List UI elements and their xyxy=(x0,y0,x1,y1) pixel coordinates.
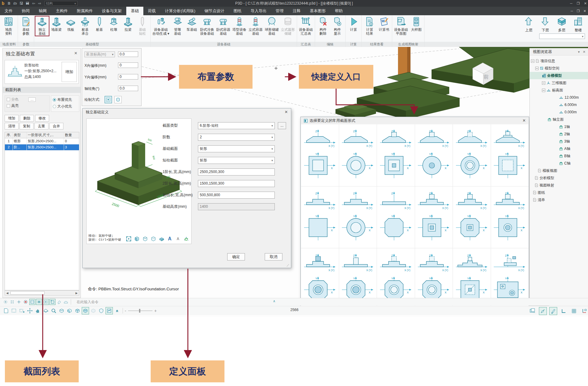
restore-icon[interactable]: ❐ xyxy=(577,2,580,5)
ribbon-button-下层[interactable]: 下层 xyxy=(539,16,552,33)
view-iso-icon[interactable] xyxy=(58,307,65,314)
shaded-icon[interactable] xyxy=(158,235,165,243)
more-button[interactable]: ... xyxy=(278,122,286,129)
pen-icon[interactable] xyxy=(539,307,547,315)
scrollbar-thumb[interactable] xyxy=(10,291,45,295)
param-input[interactable]: 0 xyxy=(118,74,138,80)
ribbon-button-设备基础汇总表[interactable]: 设备基础汇总表 xyxy=(298,16,314,36)
field-combo[interactable]: 6.阶形-短柱▾ xyxy=(198,122,275,129)
ribbon-button-大样图[interactable]: 大样图 xyxy=(409,16,423,32)
section-table[interactable]: 序.类型一阶形状,尺寸,...数量1锥形矩形,2500×2500...02阶..… xyxy=(5,132,79,290)
tree-item-2轴[interactable]: 2轴 xyxy=(530,130,588,138)
ribbon-button-桩基承台[interactable]: 桩基承台 xyxy=(78,16,92,36)
menu-item-主构件[interactable]: 主构件 xyxy=(51,7,72,15)
undo-icon[interactable]: ⇦ xyxy=(30,1,37,6)
dialog-close-icon[interactable]: ✕ xyxy=(522,118,526,123)
base-elevation-input[interactable]: 0.0 xyxy=(118,51,138,57)
tree-item-视图映射[interactable]: 视图映射 xyxy=(530,182,588,189)
resize-grip[interactable]: ⟋ xyxy=(287,264,290,267)
draw-mode-point-button[interactable] xyxy=(105,96,112,103)
tree-item-模板视图[interactable]: 模板视图 xyxy=(530,167,588,174)
ribbon-button-独立基础[interactable]: 独立基础 xyxy=(35,16,49,36)
tree-item-1轴[interactable]: 1轴 xyxy=(530,123,588,130)
ribbon-button-拉梁[interactable]: 拉梁 xyxy=(121,16,135,32)
section-type-option-7[interactable]: Z X (Y) Y X xyxy=(301,186,339,249)
param-input[interactable]: 0 xyxy=(118,62,138,68)
menu-item-附属构件[interactable]: 附属构件 xyxy=(72,7,97,15)
section-复制-button[interactable]: 复制 xyxy=(20,123,34,129)
ribbon-button-筏板[interactable]: 筏板 xyxy=(64,16,78,32)
rotate-icon[interactable] xyxy=(182,235,190,243)
tree-item-轴立面[interactable]: 轴立面 xyxy=(530,116,588,123)
ribbon-button-管墩基础[interactable]: 管墩基础 xyxy=(170,16,185,36)
ribbon-button-地质资料[interactable]: 地质资料 xyxy=(2,16,16,36)
ribbon-button-立式容器基础[interactable]: 立式容器基础 xyxy=(248,16,264,36)
polar-icon[interactable] xyxy=(43,299,49,305)
base-elevation-combo[interactable]: 基顶标高(m)▾ xyxy=(84,51,115,57)
menu-item-轴网[interactable]: 轴网 xyxy=(34,7,51,15)
scroll-right-icon[interactable]: ▶ xyxy=(74,292,79,295)
ribbon-button-设备基础平面图[interactable]: 设备基础平面图 xyxy=(393,16,409,36)
save-icon[interactable]: 🖫 xyxy=(18,1,24,6)
section-type-option-12[interactable]: Z X (Y) Y X xyxy=(491,186,529,249)
ribbon-button-卧式容器基础[interactable]: 卧式容器基础 xyxy=(215,16,231,36)
horizontal-scrollbar[interactable]: ◀ ▶ xyxy=(5,290,79,296)
section-type-option-1[interactable]: Z X (Y) Y X xyxy=(301,124,339,186)
add-section-button[interactable]: 增加 xyxy=(62,62,77,82)
text-large-icon[interactable]: A xyxy=(166,235,174,243)
draw-mode-pick-button[interactable] xyxy=(114,96,122,103)
ribbon-button-柱墩[interactable]: 柱墩 xyxy=(107,16,121,32)
ribbon-button-整楼[interactable]: 整楼 xyxy=(572,16,585,33)
ok-button[interactable]: 确定 xyxy=(227,253,245,260)
field-combo[interactable]: 2▾ xyxy=(198,134,275,141)
pan-icon[interactable] xyxy=(34,307,41,314)
section-增加-button[interactable]: 增加 xyxy=(5,115,19,122)
menu-item-导入导出[interactable]: 导入导出 xyxy=(246,7,271,15)
table-row[interactable]: 1锥形矩形,2500×2500...0 xyxy=(5,138,79,144)
osnap-node-icon[interactable] xyxy=(2,299,9,305)
tree-item-模型空间[interactable]: 模型空间 xyxy=(530,65,588,72)
command-input[interactable]: 在此输入命令 xyxy=(77,299,247,305)
save-as-icon[interactable]: 🖬 xyxy=(24,1,30,6)
section-type-option-5[interactable]: Z X (Y) Y X xyxy=(453,124,491,186)
window-controls[interactable]: ─ ❐ ✕ xyxy=(570,0,587,7)
ribbon-button-计算[interactable]: 计算 xyxy=(346,16,360,32)
osnap-off-icon[interactable] xyxy=(23,299,29,305)
tree-item-三维视图[interactable]: 三维视图 xyxy=(530,79,588,87)
table-row[interactable]: 2阶...矩形,2500×2500...3 xyxy=(5,144,79,151)
menu-item-注释[interactable]: 注释 xyxy=(288,7,305,15)
field-input[interactable]: 2500,2500,300 xyxy=(198,168,275,175)
object-snap-icon[interactable] xyxy=(49,299,56,305)
menu-item-钢节点设计[interactable]: 钢节点设计 xyxy=(200,7,229,15)
field-combo[interactable]: 矩形▾ xyxy=(198,157,275,164)
menu-item-基础[interactable]: 基础 xyxy=(126,7,143,15)
level-combo[interactable]: ▾ xyxy=(539,34,585,39)
menu-item-管理[interactable]: 管理 xyxy=(271,7,288,15)
menu-item-计算分析(试用版)[interactable]: 计算分析(试用版) xyxy=(160,7,200,15)
redo-icon[interactable]: ⇨ xyxy=(37,1,43,6)
dialog-close-icon[interactable]: ✕ xyxy=(285,110,288,114)
ribbon-button-设备基础自动生成[interactable]: 设备基础自动生成 ▾ xyxy=(152,16,170,36)
ribbon-button-基础参数[interactable]: 基础参数 xyxy=(19,16,33,36)
section-删除-button[interactable]: 删除 xyxy=(20,115,34,122)
move-icon[interactable] xyxy=(26,307,34,314)
cancel-button[interactable]: 取消 xyxy=(265,253,282,260)
cube-wire-icon[interactable] xyxy=(141,235,149,243)
section-type-option-2[interactable]: Z X (Y) Y X xyxy=(339,124,377,186)
zoom-in-icon[interactable]: + xyxy=(154,308,157,313)
tree-item-A轴[interactable]: A轴 xyxy=(530,145,588,152)
ribbon-button-计算结果[interactable]: 计算结果 xyxy=(363,16,377,36)
close-icon[interactable]: ✕ xyxy=(584,2,587,5)
section-去重-button[interactable]: 去重 xyxy=(34,123,48,129)
section-修改-button[interactable]: 修改 xyxy=(35,115,49,122)
section-type-option-10[interactable]: Z X (Y) Y X xyxy=(415,186,453,249)
field-combo[interactable]: 矩形▾ xyxy=(198,145,275,152)
tree-item-图纸[interactable]: 图纸 xyxy=(530,189,588,196)
tree-item-0.000m[interactable]: 0.000m xyxy=(530,108,588,116)
expand-icon[interactable] xyxy=(535,67,539,70)
rect-caret-icon[interactable] xyxy=(529,307,536,315)
menu-item-基本图形[interactable]: 基本图形 xyxy=(305,7,330,15)
grid-icon[interactable] xyxy=(570,307,578,315)
move-lock-icon[interactable] xyxy=(580,307,588,315)
append-select-icon[interactable] xyxy=(18,307,26,314)
